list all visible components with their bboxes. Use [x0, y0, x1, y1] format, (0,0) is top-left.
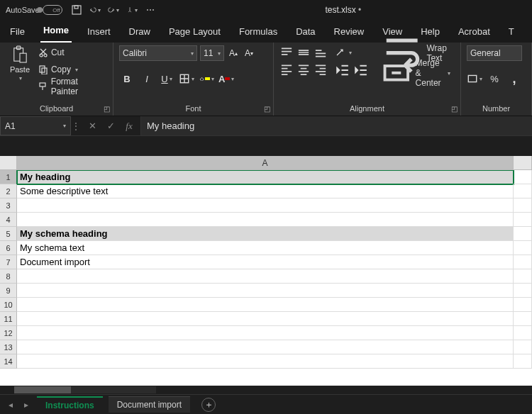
- fill-color-button[interactable]: ▾: [199, 71, 214, 86]
- row-header[interactable]: 3: [0, 198, 17, 213]
- paste-button[interactable]: Paste ▾: [6, 45, 34, 82]
- row-header[interactable]: 13: [0, 340, 17, 354]
- row-header[interactable]: 5: [0, 227, 17, 241]
- cell-A5[interactable]: My schema heading: [17, 227, 514, 241]
- cell-A8[interactable]: [17, 269, 514, 284]
- cell-A6[interactable]: My schema text: [17, 241, 514, 255]
- cell-A4[interactable]: [17, 213, 514, 227]
- tab-overflow[interactable]: T: [506, 22, 517, 43]
- column-header-A[interactable]: A: [17, 156, 514, 170]
- tab-acrobat[interactable]: Acrobat: [455, 22, 493, 43]
- row-header[interactable]: 2: [0, 184, 17, 198]
- tab-formulas[interactable]: Formulas: [236, 22, 280, 43]
- tab-home[interactable]: Home: [40, 21, 72, 43]
- align-center-icon[interactable]: [297, 62, 311, 77]
- sheet-tab-document-import[interactable]: Document import: [109, 396, 190, 413]
- cut-button[interactable]: Cut: [38, 45, 107, 60]
- borders-button[interactable]: ▾: [179, 71, 194, 86]
- dialog-launcher-icon[interactable]: ◰: [264, 105, 270, 113]
- autosave-toggle[interactable]: AutoSave Off: [6, 5, 62, 15]
- cell-next[interactable]: [514, 284, 532, 298]
- accounting-format-button[interactable]: ▾: [467, 71, 482, 86]
- row-header[interactable]: 6: [0, 241, 17, 255]
- touch-mode-icon[interactable]: ▾: [126, 4, 138, 16]
- formula-input[interactable]: My heading: [141, 116, 532, 135]
- align-top-icon[interactable]: [279, 45, 294, 60]
- sheet-nav-prev-icon[interactable]: ◂: [6, 400, 16, 410]
- cell-next[interactable]: [514, 354, 532, 369]
- sheet-tab-instructions[interactable]: Instructions: [37, 396, 103, 413]
- increase-font-icon[interactable]: A▴: [227, 45, 240, 61]
- dialog-launcher-icon[interactable]: ◰: [451, 105, 458, 113]
- cell-next[interactable]: [514, 312, 532, 326]
- cell-A13[interactable]: [17, 340, 514, 354]
- row-header[interactable]: 9: [0, 284, 17, 298]
- cell-A7[interactable]: Document import: [17, 255, 514, 269]
- orientation-button[interactable]: ▾: [335, 45, 369, 60]
- font-size-combo[interactable]: 11▾: [200, 45, 224, 61]
- cell-A3[interactable]: [17, 198, 514, 213]
- row-header[interactable]: 8: [0, 269, 17, 284]
- cell-A1[interactable]: My heading: [17, 170, 514, 184]
- column-header-next[interactable]: [514, 156, 532, 170]
- sheet-nav-next-icon[interactable]: ▸: [21, 400, 31, 410]
- cancel-formula-icon[interactable]: ✕: [87, 121, 98, 131]
- select-all-corner[interactable]: [0, 156, 17, 170]
- row-header[interactable]: 10: [0, 298, 17, 312]
- cell-next[interactable]: [514, 326, 532, 340]
- cell-A10[interactable]: [17, 298, 514, 312]
- row-header[interactable]: 12: [0, 326, 17, 340]
- cell-next[interactable]: [514, 241, 532, 255]
- worksheet-grid[interactable]: A 1My heading2Some descriptive text345My…: [0, 156, 532, 386]
- format-painter-button[interactable]: Format Painter: [38, 79, 107, 94]
- cell-A14[interactable]: [17, 354, 514, 369]
- decrease-indent-icon[interactable]: [335, 62, 350, 78]
- cell-next[interactable]: [514, 184, 532, 198]
- align-left-icon[interactable]: [279, 62, 294, 77]
- bold-button[interactable]: B: [119, 71, 135, 86]
- align-middle-icon[interactable]: [297, 45, 311, 60]
- row-header[interactable]: 4: [0, 213, 17, 227]
- tab-file[interactable]: File: [7, 22, 28, 43]
- tab-review[interactable]: Review: [331, 22, 367, 43]
- decrease-font-icon[interactable]: A▾: [243, 45, 255, 61]
- cell-next[interactable]: [514, 170, 532, 184]
- cell-next[interactable]: [514, 198, 532, 213]
- dialog-launcher-icon[interactable]: ◰: [104, 105, 110, 113]
- redo-icon[interactable]: ▾: [108, 4, 119, 16]
- number-format-combo[interactable]: General: [467, 45, 522, 61]
- add-sheet-button[interactable]: ＋: [201, 398, 216, 412]
- font-color-button[interactable]: A▾: [218, 71, 234, 86]
- undo-icon[interactable]: ▾: [89, 4, 101, 16]
- row-header[interactable]: 1: [0, 170, 17, 184]
- tab-draw[interactable]: Draw: [126, 22, 153, 43]
- cell-A2[interactable]: Some descriptive text: [17, 184, 514, 198]
- cell-A12[interactable]: [17, 326, 514, 340]
- cell-A9[interactable]: [17, 284, 514, 298]
- cell-next[interactable]: [514, 269, 532, 284]
- cell-next[interactable]: [514, 213, 532, 227]
- underline-button[interactable]: U▾: [159, 71, 174, 86]
- tab-page-layout[interactable]: Page Layout: [166, 22, 223, 43]
- percent-button[interactable]: %: [487, 71, 502, 86]
- cell-A11[interactable]: [17, 312, 514, 326]
- row-header[interactable]: 11: [0, 312, 17, 326]
- qat-overflow-icon[interactable]: ⋯: [145, 4, 156, 16]
- enter-formula-icon[interactable]: ✓: [105, 121, 116, 131]
- align-right-icon[interactable]: [314, 62, 328, 77]
- cell-next[interactable]: [514, 298, 532, 312]
- italic-button[interactable]: I: [139, 71, 155, 86]
- horizontal-scrollbar[interactable]: [0, 386, 532, 394]
- increase-indent-icon[interactable]: [353, 62, 369, 78]
- font-name-combo[interactable]: Calibri▾: [119, 45, 197, 61]
- row-header[interactable]: 14: [0, 354, 17, 369]
- tab-data[interactable]: Data: [293, 22, 318, 43]
- cell-next[interactable]: [514, 340, 532, 354]
- copy-button[interactable]: Copy▾: [38, 62, 107, 77]
- merge-center-button[interactable]: Merge & Center▾: [377, 65, 453, 81]
- save-icon[interactable]: [71, 4, 82, 16]
- align-bottom-icon[interactable]: [314, 45, 328, 60]
- name-box[interactable]: A1▾: [0, 116, 71, 135]
- tab-insert[interactable]: Insert: [84, 22, 113, 43]
- cell-next[interactable]: [514, 255, 532, 269]
